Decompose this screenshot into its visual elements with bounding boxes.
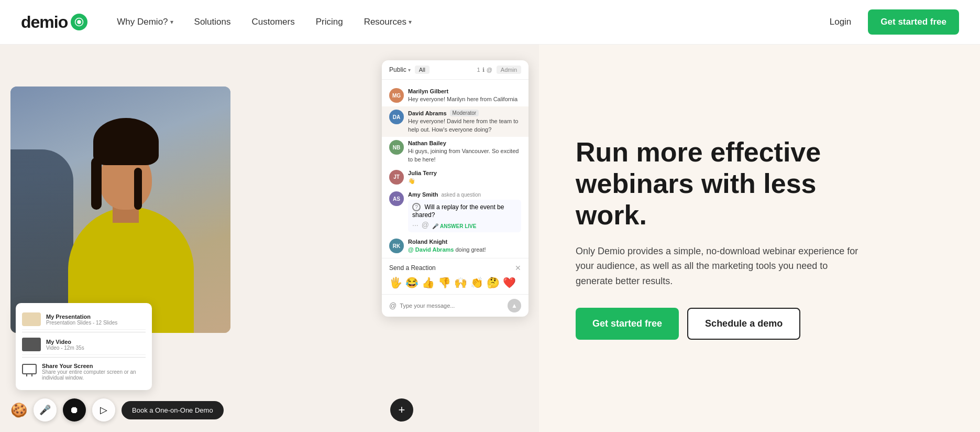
reaction-emoji-4[interactable]: 👎 (438, 276, 451, 289)
presentation-thumbnail (22, 312, 41, 326)
qa-dots-icon[interactable]: ··· (412, 221, 419, 229)
msg-name-3: Nathan Bailey (408, 140, 521, 146)
chevron-down-icon-2: ▾ (409, 18, 412, 26)
navbar: demio Why Demio? ▾ Solutions Customers P… (0, 0, 980, 45)
presentation-item-1[interactable]: My Presentation Presentation Slides - 12… (22, 309, 146, 330)
nav-links: Why Demio? ▾ Solutions Customers Pricing… (108, 13, 823, 31)
reaction-emoji-2[interactable]: 😂 (405, 276, 419, 289)
mention-link[interactable]: @ David Abrams (408, 246, 454, 253)
chat-message-3: NB Nathan Bailey Hi guys, joining from V… (382, 137, 528, 167)
hero-heading: Run more effective webinars with less wo… (576, 137, 869, 231)
reaction-close-button[interactable]: ✕ (515, 264, 521, 272)
camera-button[interactable]: ⏺ (63, 398, 86, 422)
chat-header: Public ▾ All 1 ℹ @ Admin (382, 60, 528, 80)
nav-item-pricing[interactable]: Pricing (307, 13, 351, 31)
msg-name-4: Julia Terry (408, 170, 521, 176)
send-message-button[interactable]: ▲ (508, 299, 521, 312)
presentation-panel: My Presentation Presentation Slides - 12… (16, 303, 152, 390)
chat-count: 1 ℹ @ (477, 67, 492, 73)
reaction-emoji-3[interactable]: 👍 (422, 276, 435, 289)
msg-name-2: David Abrams Moderator (408, 110, 521, 116)
nav-right: Login Get started free (823, 9, 959, 35)
qa-at-icon[interactable]: @ (422, 221, 429, 229)
video-thumbnail (22, 338, 41, 351)
schedule-demo-button[interactable]: Schedule a demo (687, 308, 800, 340)
reaction-popup: Send a Reaction ✕ 🖐️ 😂 👍 👎 🙌 👏 🤔 ❤️ (382, 258, 528, 294)
avatar-5: AS (389, 191, 404, 206)
chat-filter[interactable]: All (415, 66, 430, 74)
share-screen-item[interactable]: Share Your Screen Share your entire comp… (22, 360, 146, 384)
monitor-icon (22, 364, 37, 374)
hero-ctas: Get started free Schedule a demo (576, 308, 949, 340)
reaction-title: Send a Reaction (389, 264, 436, 272)
hero-left: My Presentation Presentation Slides - 12… (0, 45, 539, 432)
msg-text-2: Hey everyone! David here from the team t… (408, 117, 521, 134)
person-image (10, 87, 230, 333)
logo[interactable]: demio (21, 13, 87, 32)
hero-subtext: Only Demio provides a simple, no-downloa… (576, 244, 858, 289)
msg-name-5: Amy Smith asked a question (408, 191, 521, 198)
login-button[interactable]: Login (823, 13, 858, 31)
nav-item-why-demio[interactable]: Why Demio? ▾ (108, 13, 181, 31)
msg-text-1: Hey everyone! Marilyn here from Californ… (408, 95, 521, 103)
question-bubble: ? Will a replay for the event be shared?… (408, 200, 521, 232)
chevron-down-icon: ▾ (170, 18, 173, 26)
book-demo-button[interactable]: Book a One-on-One Demo (122, 401, 224, 419)
answer-live-button[interactable]: 🎤 ANSWER LIVE (432, 223, 476, 229)
reaction-emoji-1[interactable]: 🖐️ (389, 276, 402, 289)
chat-message-4: JT Julia Terry 👋 (382, 167, 528, 188)
brand-name: demio (21, 13, 68, 32)
get-started-nav-button[interactable]: Get started free (868, 9, 959, 35)
chat-message-input[interactable] (400, 303, 504, 309)
msg-text-6: @ David Abrams doing great! (408, 246, 521, 254)
bottom-toolbar: 🍪 🎤 ⏺ ▷ Book a One-on-One Demo (10, 398, 224, 422)
chat-message-2: DA David Abrams Moderator Hey everyone! … (382, 106, 528, 137)
avatar-4: JT (389, 170, 404, 185)
chat-input-area: @ ▲ (382, 294, 528, 317)
msg-text-4: 👋 (408, 177, 521, 185)
reaction-emojis: 🖐️ 😂 👍 👎 🙌 👏 🤔 ❤️ (389, 276, 521, 289)
svg-point-0 (77, 20, 81, 24)
reaction-emoji-8[interactable]: ❤️ (503, 276, 516, 289)
screen-share-button[interactable]: ▷ (92, 398, 115, 422)
admin-badge: Admin (497, 66, 521, 74)
msg-name-6: Roland Knight (408, 239, 521, 245)
at-icon[interactable]: @ (389, 301, 397, 310)
presentation-item-2[interactable]: My Video Video - 12m 35s (22, 334, 146, 355)
nav-item-resources[interactable]: Resources ▾ (356, 13, 420, 31)
chat-message-1: MG Marilyn Gilbert Hey everyone! Marilyn… (382, 85, 528, 106)
cookie-icon: 🍪 (10, 402, 27, 418)
hero-section: My Presentation Presentation Slides - 12… (0, 45, 980, 432)
hero-right: Run more effective webinars with less wo… (539, 45, 980, 432)
moderator-badge: Moderator (450, 110, 479, 116)
plus-button[interactable]: + (390, 398, 413, 422)
nav-item-solutions[interactable]: Solutions (186, 13, 239, 31)
nav-item-customers[interactable]: Customers (243, 13, 303, 31)
chat-panel: Public ▾ All 1 ℹ @ Admin MG M (382, 60, 528, 317)
reaction-emoji-6[interactable]: 👏 (470, 276, 483, 289)
avatar-3: NB (389, 140, 404, 155)
chat-message-5: AS Amy Smith asked a question ? Will a r… (382, 188, 528, 235)
chat-message-6: RK Roland Knight @ David Abrams doing gr… (382, 235, 528, 257)
reaction-emoji-7[interactable]: 🤔 (487, 276, 500, 289)
chat-messages: MG Marilyn Gilbert Hey everyone! Marilyn… (382, 80, 528, 258)
chat-tab-public[interactable]: Public ▾ (389, 66, 411, 73)
avatar-1: MG (389, 88, 404, 103)
logo-icon (71, 14, 87, 30)
avatar-6: RK (389, 239, 404, 253)
divider-2 (22, 357, 146, 358)
avatar-2: DA (389, 110, 404, 124)
divider (22, 332, 146, 332)
chat-tab-chevron: ▾ (408, 67, 411, 73)
msg-text-3: Hi guys, joining from Vancouver. So exci… (408, 147, 521, 164)
msg-name-1: Marilyn Gilbert (408, 88, 521, 94)
get-started-hero-button[interactable]: Get started free (576, 308, 679, 340)
reaction-emoji-5[interactable]: 🙌 (454, 276, 467, 289)
question-icon: ? (412, 203, 421, 211)
mic-button[interactable]: 🎤 (34, 398, 57, 422)
